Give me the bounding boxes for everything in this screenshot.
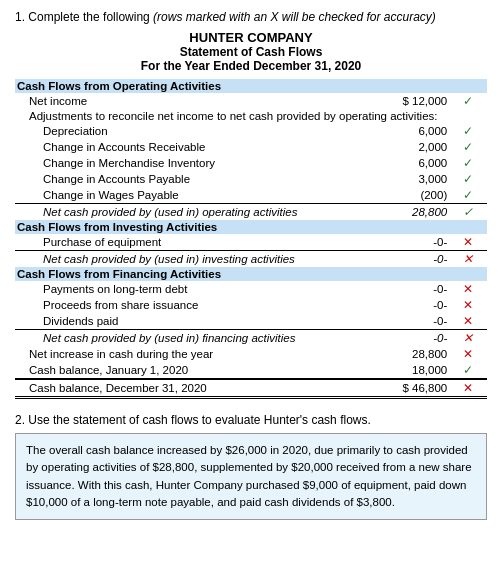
financing-subtotal-status: ✕	[449, 330, 487, 347]
financing-subtotal-value: -0-	[355, 330, 449, 347]
table-row: Dividends paid -0- ✕	[15, 313, 487, 330]
depreciation-status: ✓	[449, 123, 487, 139]
cash-dec-label: Cash balance, December 31, 2020	[15, 379, 355, 398]
equipment-label: Purchase of equipment	[15, 234, 355, 251]
table-row: Purchase of equipment -0- ✕	[15, 234, 487, 251]
cash-dec-status: ✕	[449, 379, 487, 398]
net-increase-value: 28,800	[355, 346, 449, 362]
ar-status: ✓	[449, 139, 487, 155]
share-issuance-label: Proceeds from share issuance	[15, 297, 355, 313]
ap-label: Change in Accounts Payable	[15, 171, 355, 187]
question-2-section: 2. Use the statement of cash flows to ev…	[15, 413, 487, 520]
operating-subtotal-row: Net cash provided by (used in) operating…	[15, 204, 487, 221]
investing-title: Cash Flows from Investing Activities	[15, 220, 487, 234]
dividends-value: -0-	[355, 313, 449, 330]
dividends-label: Dividends paid	[15, 313, 355, 330]
wages-value: (200)	[355, 187, 449, 204]
cash-dec-value: $ 46,800	[355, 379, 449, 398]
q2-label: 2. Use the statement of cash flows to ev…	[15, 413, 487, 427]
longterm-debt-label: Payments on long-term debt	[15, 281, 355, 297]
equipment-value: -0-	[355, 234, 449, 251]
net-increase-label: Net increase in cash during the year	[15, 346, 355, 362]
table-row: Proceeds from share issuance -0- ✕	[15, 297, 487, 313]
ap-status: ✓	[449, 171, 487, 187]
net-income-status: ✓	[449, 93, 487, 109]
depreciation-value: 6,000	[355, 123, 449, 139]
inventory-status: ✓	[449, 155, 487, 171]
ap-value: 3,000	[355, 171, 449, 187]
company-header: HUNTER COMPANY Statement of Cash Flows F…	[15, 30, 487, 73]
wages-status: ✓	[449, 187, 487, 204]
table-row: Cash balance, January 1, 2020 18,000 ✓	[15, 362, 487, 379]
table-row: Payments on long-term debt -0- ✕	[15, 281, 487, 297]
investing-section-header: Cash Flows from Investing Activities	[15, 220, 487, 234]
table-row: Change in Wages Payable (200) ✓	[15, 187, 487, 204]
table-row: Change in Accounts Payable 3,000 ✓	[15, 171, 487, 187]
adjustments-label: Adjustments to reconcile net income to n…	[15, 109, 487, 123]
q1-note: (rows marked with an X will be checked f…	[150, 10, 436, 24]
net-increase-status: ✕	[449, 346, 487, 362]
financing-subtotal-label: Net cash provided by (used in) financing…	[15, 330, 355, 347]
longterm-debt-value: -0-	[355, 281, 449, 297]
operating-section-header: Cash Flows from Operating Activities	[15, 79, 487, 93]
investing-subtotal-status: ✕	[449, 251, 487, 268]
investing-subtotal-label: Net cash provided by (used in) investing…	[15, 251, 355, 268]
ar-value: 2,000	[355, 139, 449, 155]
table-row: Change in Merchandise Inventory 6,000 ✓	[15, 155, 487, 171]
inventory-label: Change in Merchandise Inventory	[15, 155, 355, 171]
depreciation-label: Depreciation	[15, 123, 355, 139]
operating-subtotal-value: 28,800	[355, 204, 449, 221]
ar-label: Change in Accounts Receivable	[15, 139, 355, 155]
statement-title: Statement of Cash Flows	[15, 45, 487, 59]
investing-subtotal-value: -0-	[355, 251, 449, 268]
share-issuance-status: ✕	[449, 297, 487, 313]
inventory-value: 6,000	[355, 155, 449, 171]
operating-subtotal-status: ✓	[449, 204, 487, 221]
q2-answer-box: The overall cash balance increased by $2…	[15, 433, 487, 520]
cash-jan-label: Cash balance, January 1, 2020	[15, 362, 355, 379]
financing-title: Cash Flows from Financing Activities	[15, 267, 487, 281]
q1-number: 1. Complete the following	[15, 10, 150, 24]
wages-label: Change in Wages Payable	[15, 187, 355, 204]
table-row: Net increase in cash during the year 28,…	[15, 346, 487, 362]
table-row: Change in Accounts Receivable 2,000 ✓	[15, 139, 487, 155]
company-name: HUNTER COMPANY	[15, 30, 487, 45]
operating-subtotal-label: Net cash provided by (used in) operating…	[15, 204, 355, 221]
cash-flow-table: Cash Flows from Operating Activities Net…	[15, 79, 487, 399]
table-row: Adjustments to reconcile net income to n…	[15, 109, 487, 123]
financing-subtotal-row: Net cash provided by (used in) financing…	[15, 330, 487, 347]
equipment-status: ✕	[449, 234, 487, 251]
cash-jan-value: 18,000	[355, 362, 449, 379]
longterm-debt-status: ✕	[449, 281, 487, 297]
investing-subtotal-row: Net cash provided by (used in) investing…	[15, 251, 487, 268]
operating-title: Cash Flows from Operating Activities	[15, 79, 487, 93]
dividends-status: ✕	[449, 313, 487, 330]
net-income-value: $ 12,000	[355, 93, 449, 109]
cash-jan-status: ✓	[449, 362, 487, 379]
table-row: Net income $ 12,000 ✓	[15, 93, 487, 109]
share-issuance-value: -0-	[355, 297, 449, 313]
statement-period: For the Year Ended December 31, 2020	[15, 59, 487, 73]
table-row: Depreciation 6,000 ✓	[15, 123, 487, 139]
net-income-label: Net income	[15, 93, 355, 109]
financing-section-header: Cash Flows from Financing Activities	[15, 267, 487, 281]
cash-dec-row: Cash balance, December 31, 2020 $ 46,800…	[15, 379, 487, 398]
question-1-label: 1. Complete the following (rows marked w…	[15, 10, 487, 24]
